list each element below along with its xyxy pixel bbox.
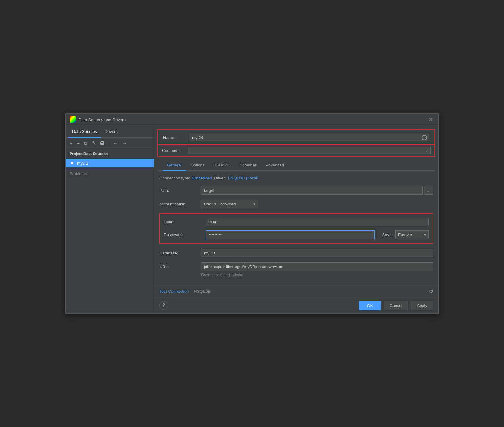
database-row: Database: (159, 249, 433, 257)
connection-type-row: Connection type: Embedded Driver: HSQLDB… (159, 176, 433, 180)
name-input[interactable] (189, 134, 429, 141)
save-select-wrapper: Forever Never For session ▾ (395, 230, 429, 239)
tab-options[interactable]: Options (186, 160, 209, 171)
url-label: URL: (159, 264, 197, 269)
tab-advanced[interactable]: Advanced (261, 160, 288, 171)
datasource-label: myDB (77, 161, 88, 166)
forward-button[interactable]: → (120, 140, 128, 147)
title-bar: Data Sources and Drivers ✕ (66, 114, 438, 126)
database-input[interactable] (201, 249, 433, 257)
save-select[interactable]: Forever Never For session (395, 230, 429, 239)
connection-type-label: Connection type: (159, 176, 190, 180)
auth-select[interactable]: User & Password No auth Username only (201, 200, 258, 208)
sidebar: Data Sources Drivers + − ⧉ ← → Project D… (66, 126, 154, 313)
path-input-wrapper: ... (201, 186, 433, 195)
tab-drivers[interactable]: Drivers (101, 126, 121, 138)
name-label: Name: (163, 135, 185, 140)
comment-input-wrapper: ⤢ (188, 147, 431, 154)
add-button[interactable]: + (68, 140, 74, 147)
path-label: Path: (159, 188, 197, 193)
cancel-button[interactable]: Cancel (384, 301, 408, 310)
problems-label: Problems (70, 171, 87, 176)
connection-type-value[interactable]: Embedded (192, 176, 212, 180)
user-input[interactable] (206, 218, 429, 226)
url-input[interactable] (201, 262, 433, 271)
toolbar-separator (109, 141, 109, 146)
back-button[interactable]: ← (112, 140, 119, 147)
help-button[interactable]: ? (159, 301, 168, 310)
refresh-icon[interactable]: ↺ (429, 288, 433, 294)
user-label: User: (164, 220, 202, 224)
close-button[interactable]: ✕ (427, 116, 434, 123)
auth-label: Authentication: (159, 202, 197, 206)
tab-schemas[interactable]: Schemas (235, 160, 261, 171)
app-icon (70, 116, 76, 123)
tab-sshssl[interactable]: SSH/SSL (209, 160, 235, 171)
dialog-datasources: Data Sources and Drivers ✕ Data Sources … (65, 113, 439, 314)
driver-value[interactable]: HSQLDB (Local) (228, 176, 259, 180)
path-browse-button[interactable]: ... (424, 186, 433, 195)
password-input[interactable] (206, 230, 375, 239)
path-input[interactable] (201, 186, 423, 195)
dialog-title: Data Sources and Drivers (78, 117, 425, 122)
remove-button[interactable]: − (75, 140, 81, 147)
dialog-footer: ? OK Cancel Apply (154, 298, 438, 313)
bottom-bar: Test Connection HSQLDB ↺ (154, 285, 438, 298)
name-input-wrapper (189, 134, 429, 141)
tab-general[interactable]: General (163, 160, 186, 171)
url-hint: Overrides settings above (201, 273, 433, 277)
save-label: Save: (382, 232, 393, 237)
expand-icon[interactable]: ⤢ (426, 148, 429, 153)
test-connection-button[interactable]: Test Connection (159, 289, 189, 294)
datasource-icon (70, 160, 75, 166)
content-area: Connection type: Embedded Driver: HSQLDB… (154, 171, 438, 285)
dialog-body: Data Sources Drivers + − ⧉ ← → Project D… (66, 126, 438, 313)
name-indicator (422, 135, 427, 140)
auth-row: Authentication: User & Password No auth … (159, 200, 433, 208)
password-label: Password: (164, 232, 202, 237)
datasource-icon-inner (71, 162, 73, 164)
sidebar-tabs: Data Sources Drivers (66, 126, 154, 138)
user-row: User: (164, 218, 429, 226)
wrench-button[interactable] (90, 140, 97, 147)
auth-select-wrapper: User & Password No auth Username only ▾ (201, 200, 258, 208)
path-row: Path: ... (159, 186, 433, 195)
copy-button[interactable]: ⧉ (82, 140, 89, 147)
url-row: URL: (159, 262, 433, 271)
save-section: Save: Forever Never For session ▾ (382, 230, 429, 239)
export-button[interactable] (99, 140, 106, 147)
ok-button[interactable]: OK (359, 301, 381, 310)
user-password-box: User: Password: Save: Forever Never (159, 213, 433, 244)
driver-label: Driver: (214, 176, 226, 180)
sidebar-toolbar: + − ⧉ ← → (66, 138, 154, 149)
problems-section: Problems (66, 167, 154, 180)
database-label: Database: (159, 251, 197, 255)
main-tabs: General Options SSH/SSL Schemas Advanced (157, 160, 435, 171)
name-section: Name: (157, 129, 435, 145)
main-panel: Name: Comment: ⤢ General Options SSH/SSL (154, 126, 438, 313)
password-row: Password: Save: Forever Never For sessio… (164, 230, 429, 239)
bottom-driver-label: HSQLDB (194, 289, 211, 294)
apply-button[interactable]: Apply (411, 301, 433, 310)
section-title: Project Data Sources (66, 149, 154, 159)
comment-label: Comment: (162, 148, 184, 153)
tab-data-sources[interactable]: Data Sources (68, 126, 101, 138)
comment-input[interactable] (188, 147, 431, 154)
comment-section: Comment: ⤢ (157, 145, 435, 157)
sidebar-item-mydb[interactable]: myDB (66, 159, 154, 167)
